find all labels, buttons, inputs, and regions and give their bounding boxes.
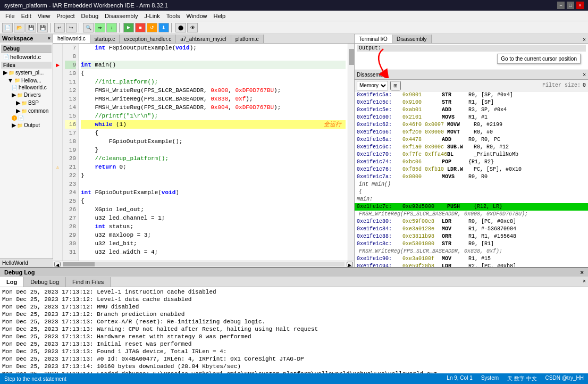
code-content[interactable]: int FGpioOutputExample(void); int main()…: [79, 44, 348, 261]
workspace-close-button[interactable]: ×: [48, 36, 51, 41]
editor-hscroll[interactable]: ◀ ▶: [53, 261, 354, 267]
menu-project[interactable]: Project: [53, 13, 78, 19]
menu-window[interactable]: Window: [183, 13, 210, 19]
tab-exception[interactable]: exception_handler.c: [120, 35, 176, 43]
dis-line-1c6a: 0xe1fe1c6a: 0x4478 ADD R0, R0, PC: [355, 136, 588, 144]
hscroll-track[interactable]: [63, 262, 345, 266]
step-into-button[interactable]: ↓: [106, 23, 117, 32]
status-text: Step to the next statement: [4, 376, 66, 382]
disassembly-close[interactable]: ×: [583, 72, 586, 78]
code-line-8: [81, 52, 346, 61]
terminal-content[interactable]: Go to the current cursor position: [357, 52, 586, 69]
save-all-button[interactable]: 💾: [37, 23, 48, 32]
code-line-11: //init_platform();: [81, 78, 346, 86]
marker-20: [53, 154, 62, 163]
folder-icon3: ▼: [7, 77, 13, 84]
file-icon: 📄: [3, 54, 9, 60]
tab-icf[interactable]: a7_ahbsram_my.icf: [176, 35, 231, 43]
menu-disassembly[interactable]: Disassembly: [102, 13, 141, 19]
marker-18: [53, 137, 62, 146]
filter-size-label: Filter size:: [542, 82, 581, 88]
scrollbar-thumb[interactable]: [349, 49, 354, 65]
editor-area: helloworld.c startup.c exception_handler…: [53, 34, 354, 267]
log-entry-4: Mon Dec 25, 2023 17:13:12: Branch predic…: [2, 311, 586, 318]
hscroll-thumb[interactable]: [63, 262, 95, 266]
menu-view[interactable]: View: [35, 13, 54, 19]
workspace-item-common[interactable]: ▶ 📁 common: [1, 107, 52, 115]
menu-debug[interactable]: Debug: [78, 13, 102, 19]
run-button[interactable]: ▶: [123, 23, 134, 32]
code-line-24: int FGpioOutputExample(void): [81, 188, 346, 197]
debug-log-close[interactable]: ×: [581, 269, 584, 276]
tab-log[interactable]: Log: [0, 277, 24, 287]
code-editor[interactable]: ▶ ⚠: [53, 44, 354, 261]
workspace-item-helloworld2[interactable]: ▼ 📁 Hellow...: [1, 77, 52, 84]
right-panel-close[interactable]: ×: [581, 37, 588, 43]
terminal-io-panel: Output: Go to the current cursor positio…: [355, 44, 588, 70]
code-line-29: u32 maxloop = 3;: [81, 231, 346, 239]
hscroll-right[interactable]: ▶: [347, 262, 353, 267]
title-bar: system_platform - IAR Embedded Workbench…: [0, 0, 588, 11]
status-left: Step to the next statement: [4, 376, 66, 382]
hscroll-left[interactable]: ◀: [54, 262, 61, 267]
workspace-item-bsp[interactable]: ▶ 📁 BSP: [1, 99, 52, 107]
maximize-button[interactable]: □: [567, 2, 574, 9]
workspace-item-output[interactable]: ▶ 📁 Output: [1, 121, 52, 129]
open-file-button[interactable]: 📂: [14, 23, 24, 32]
menu-help[interactable]: Help: [211, 13, 229, 19]
marker-31: [53, 248, 62, 256]
menu-tools[interactable]: Tools: [163, 13, 183, 19]
context-menu[interactable]: Go to the current cursor position: [497, 54, 581, 64]
tab-helloworld[interactable]: helloworld.c: [53, 35, 90, 43]
log-entry-12: Mon Dec 25, 2023 17:13:14: Loaded debuge…: [2, 370, 586, 373]
step-over-button[interactable]: ⇒: [95, 23, 105, 32]
tab-platform[interactable]: platform.c: [231, 35, 264, 43]
workspace-item-drivers[interactable]: ▶ 📁 Drivers: [1, 91, 52, 99]
find-button[interactable]: 🔍: [83, 23, 94, 32]
download-button[interactable]: ⬇: [158, 23, 169, 32]
window-controls: − □ ×: [557, 2, 584, 9]
status-bar: Step to the next statement Ln 9, Col 1 S…: [0, 373, 588, 384]
dis-line-1c66: 0xe1fe1c66: 0xf2c0 0x0000 MOVT R0, #0: [355, 129, 588, 136]
redo-button[interactable]: ↪: [66, 23, 77, 32]
editor-scrollbar[interactable]: [348, 44, 354, 261]
folder-icon6: 📁: [17, 93, 23, 98]
save-button[interactable]: 💾: [26, 23, 36, 32]
tab-disassembly[interactable]: Disassembly: [392, 35, 432, 43]
code-line-18: FGpioOutputExample();: [81, 137, 346, 146]
workspace-item-helloworld[interactable]: 📄 helloworld.c: [1, 53, 52, 61]
marker-30: [53, 239, 62, 248]
menu-jlink[interactable]: J-Link: [141, 13, 163, 19]
disassembly-mem-btn[interactable]: ⊞: [390, 81, 401, 90]
watch-button[interactable]: 👁: [187, 23, 198, 32]
code-line-23: [81, 180, 346, 188]
tab-find-in-files[interactable]: Find in Files: [66, 277, 111, 287]
tab-terminal-io[interactable]: Terminal I/O: [355, 35, 392, 43]
workspace-item-warning[interactable]: ! 📄: [1, 115, 52, 121]
code-line-16: while (1)全运行: [81, 120, 346, 129]
folder-icon7: ▶: [16, 99, 20, 106]
code-line-27: u32 led_channel = 1;: [81, 214, 346, 222]
stop-button[interactable]: ■: [135, 23, 146, 32]
new-file-button[interactable]: 📄: [2, 23, 13, 32]
reset-button[interactable]: ↺: [147, 23, 157, 32]
minimize-button[interactable]: −: [557, 2, 565, 9]
close-button[interactable]: ×: [576, 2, 584, 9]
marker-14: [53, 103, 62, 112]
undo-button[interactable]: ↩: [54, 23, 65, 32]
menu-edit[interactable]: Edit: [18, 13, 35, 19]
dis-line-1c6c: 0xe1fe1c6c: 0xf1a0 0x000c SUB.WR0, R0, #…: [355, 144, 588, 151]
marker-27: [53, 214, 62, 222]
dis-line-1c70: 0xe1fe1c70: 0xf7fe 0xffa46BL _PrintFullN…: [355, 151, 588, 158]
workspace-header: Workspace ×: [0, 34, 53, 43]
log-panel-close[interactable]: ×: [581, 279, 588, 285]
workspace-item-helloworldc[interactable]: 📄 helloworld.c: [1, 84, 52, 91]
ctx-goto-cursor[interactable]: Go to the current cursor position: [501, 55, 577, 62]
dis-line-1c5a: 0xe1fe1c5a: 0x9001 STR R0, [SP, #0x4]: [355, 91, 588, 99]
breakpoint-button[interactable]: ⬤: [175, 23, 186, 32]
workspace-item-root[interactable]: ▶ 📁 system_pl...: [1, 69, 52, 77]
tab-startup[interactable]: startup.c: [90, 35, 120, 43]
tab-debug-log[interactable]: Debug Log: [24, 277, 66, 287]
menu-file[interactable]: File: [2, 13, 18, 19]
disassembly-memory-select[interactable]: Memory: [357, 81, 388, 90]
